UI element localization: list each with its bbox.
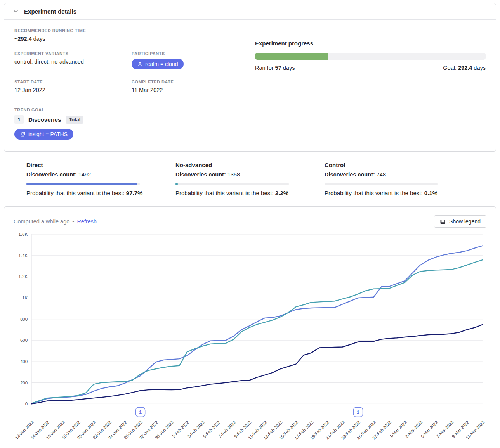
participants-label: PARTICIPANTS bbox=[132, 51, 249, 56]
y-tick-label: 400 bbox=[20, 359, 28, 364]
y-tick-label: 1K bbox=[22, 296, 28, 300]
y-tick-label: 1.4K bbox=[18, 253, 28, 258]
insight-pill-label: insight = PATHS bbox=[28, 131, 68, 137]
annotation-badge[interactable]: 1 bbox=[353, 407, 363, 417]
computed-status: Computed a while ago • Refresh bbox=[14, 218, 97, 225]
variant-summaries: Direct Discoveries count: 1492 Probabili… bbox=[4, 152, 496, 203]
variant-count: Discoveries count: 748 bbox=[325, 171, 443, 178]
results-chart-panel: Computed a while ago • Refresh Show lege… bbox=[4, 206, 496, 448]
experiment-variants: EXPERIMENT VARIANTS control, direct, no-… bbox=[14, 51, 132, 69]
experiment-details-panel: Experiment details RECOMMENDED RUNNING T… bbox=[4, 3, 496, 152]
experiment-details-header[interactable]: Experiment details bbox=[4, 3, 496, 20]
trend-goal: TREND GOAL 1 Discoveries Total insight =… bbox=[14, 107, 249, 140]
variant-card-no-advanced: No-advanced Discoveries count: 1358 Prob… bbox=[175, 162, 325, 196]
start-date-value: 12 Jan 2022 bbox=[14, 87, 132, 93]
start-date-label: START DATE bbox=[14, 80, 132, 84]
dot-separator: • bbox=[72, 218, 74, 225]
insight-pill[interactable]: insight = PATHS bbox=[14, 129, 73, 140]
divider bbox=[14, 101, 249, 101]
series-no-advanced[interactable] bbox=[31, 260, 483, 403]
chevron-down-icon bbox=[13, 9, 19, 15]
running-time-value: ~292.4 days bbox=[14, 36, 249, 42]
completed-date: COMPLETED DATE 11 Mar 2022 bbox=[132, 80, 249, 93]
running-time-label: RECOMMENDED RUNNING TIME bbox=[14, 28, 249, 33]
variant-probability: Probability that this variant is the bes… bbox=[175, 190, 293, 196]
refresh-link[interactable]: Refresh bbox=[77, 218, 97, 225]
variant-count: Discoveries count: 1358 bbox=[175, 171, 293, 178]
completed-date-label: COMPLETED DATE bbox=[132, 80, 249, 84]
panel-title: Experiment details bbox=[24, 8, 76, 15]
variants-value: control, direct, no-advanced bbox=[14, 59, 132, 65]
insight-icon bbox=[20, 131, 26, 137]
y-tick-label: 600 bbox=[20, 338, 28, 342]
variant-probability-bar-fill bbox=[175, 183, 178, 185]
start-date: START DATE 12 Jan 2022 bbox=[14, 80, 132, 93]
total-badge: Total bbox=[66, 116, 83, 124]
completed-date-value: 11 Mar 2022 bbox=[132, 87, 249, 93]
trend-chart[interactable]: 02004006008001K1.2K1.4K1.6K12-Jan-202214… bbox=[4, 229, 496, 448]
show-legend-button[interactable]: Show legend bbox=[434, 215, 486, 228]
variant-probability-bar-fill bbox=[26, 183, 137, 185]
series-control[interactable] bbox=[31, 325, 483, 404]
participants: PARTICIPANTS realm = cloud bbox=[132, 51, 249, 69]
progress-bar-fill bbox=[255, 53, 328, 60]
y-tick-label: 1.2K bbox=[18, 274, 28, 279]
y-tick-label: 1.6K bbox=[18, 232, 28, 237]
person-icon bbox=[137, 62, 142, 67]
variant-count: Discoveries count: 1492 bbox=[26, 171, 144, 178]
variant-probability-bar bbox=[26, 183, 140, 185]
variants-label: EXPERIMENT VARIANTS bbox=[14, 51, 132, 56]
variant-name: No-advanced bbox=[175, 162, 293, 168]
experiment-progress: Experiment progress Ran for 57 days Goal… bbox=[249, 28, 486, 140]
y-tick-label: 800 bbox=[20, 317, 28, 322]
step-number-badge: 1 bbox=[14, 115, 24, 124]
svg-text:1: 1 bbox=[139, 410, 142, 415]
variant-probability: Probability that this variant is the bes… bbox=[26, 190, 144, 196]
goal-event-name: Discoveries bbox=[28, 116, 61, 123]
y-tick-label: 200 bbox=[20, 381, 28, 385]
variant-probability: Probability that this variant is the bes… bbox=[325, 190, 443, 196]
variant-probability-bar bbox=[325, 183, 438, 185]
annotation-badge[interactable]: 1 bbox=[136, 407, 145, 417]
variant-probability-bar-fill bbox=[325, 183, 325, 185]
goal-text: Goal: 292.4 days bbox=[443, 65, 486, 71]
variant-probability-bar bbox=[175, 183, 289, 185]
variant-card-direct: Direct Discoveries count: 1492 Probabili… bbox=[26, 162, 175, 196]
variant-card-control: Control Discoveries count: 748 Probabili… bbox=[325, 162, 474, 196]
variant-name: Control bbox=[325, 162, 443, 168]
recommended-running-time: RECOMMENDED RUNNING TIME ~292.4 days bbox=[14, 28, 249, 42]
svg-text:1: 1 bbox=[357, 410, 359, 415]
participants-pill[interactable]: realm = cloud bbox=[132, 59, 184, 69]
y-tick-label: 0 bbox=[25, 401, 28, 406]
progress-bar bbox=[255, 53, 486, 60]
trend-goal-label: TREND GOAL bbox=[14, 107, 249, 112]
ran-for-text: Ran for 57 days bbox=[255, 65, 295, 71]
legend-icon bbox=[440, 219, 446, 225]
progress-title: Experiment progress bbox=[255, 40, 486, 47]
variant-name: Direct bbox=[26, 162, 144, 168]
participants-pill-label: realm = cloud bbox=[145, 61, 178, 67]
